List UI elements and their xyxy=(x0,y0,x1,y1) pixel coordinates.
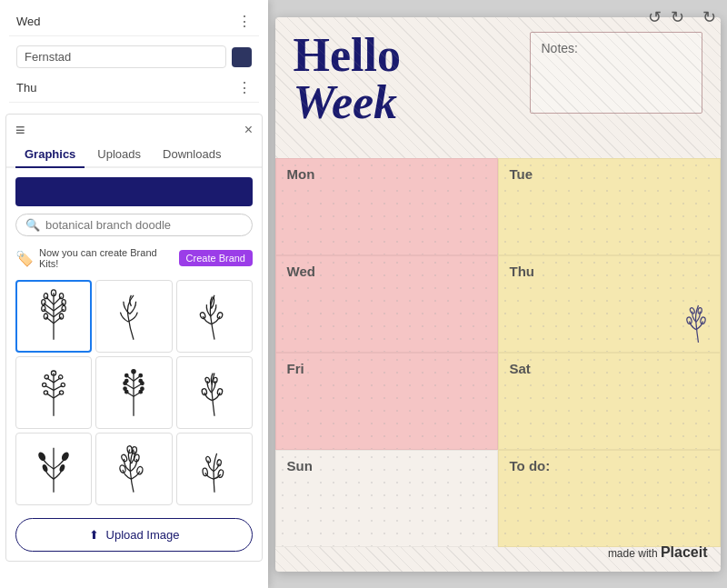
watermark: made with Placeit xyxy=(608,544,708,561)
panel-top: Wed ⋮ Fernstad Thu ⋮ xyxy=(0,0,268,110)
svg-point-12 xyxy=(42,300,45,305)
color-swatch[interactable] xyxy=(232,47,252,67)
svg-point-68 xyxy=(217,469,224,478)
day-cell-fri[interactable]: Fri xyxy=(275,353,498,450)
svg-point-71 xyxy=(686,316,692,324)
svg-point-33 xyxy=(60,391,64,394)
svg-point-62 xyxy=(136,466,144,475)
svg-point-11 xyxy=(60,294,64,299)
canvas-area: ↺ ↻ ↻ Hello Week Notes: Mon Tue xyxy=(268,0,727,588)
left-panel: Wed ⋮ Fernstad Thu ⋮ ≡ × Graphics Upload… xyxy=(0,0,268,588)
svg-point-49 xyxy=(125,390,128,393)
graphic-item-4[interactable] xyxy=(15,356,92,429)
graphic-item-1[interactable] xyxy=(15,280,92,353)
graphic-item-6[interactable] xyxy=(176,356,253,429)
svg-point-43 xyxy=(124,382,126,384)
graphic-item-7[interactable] xyxy=(15,433,92,505)
create-brand-button[interactable]: Create Brand xyxy=(179,250,253,266)
graphic-item-5[interactable] xyxy=(95,356,172,429)
tabs-bar: Graphics Uploads Downloads xyxy=(6,142,262,168)
svg-point-18 xyxy=(199,312,205,319)
svg-point-54 xyxy=(204,377,210,384)
watermark-brand: Placeit xyxy=(661,544,708,560)
svg-point-13 xyxy=(62,300,65,305)
day-cell-mon[interactable]: Mon xyxy=(275,158,498,255)
svg-point-67 xyxy=(202,468,208,476)
graphics-grid xyxy=(6,274,262,511)
svg-point-51 xyxy=(139,390,142,393)
wed-schedule-item: Wed ⋮ xyxy=(9,7,259,36)
upload-icon: ⬆ xyxy=(89,528,99,542)
canvas-toolbar: ↺ ↻ ↻ xyxy=(648,7,716,27)
svg-point-29 xyxy=(61,383,65,386)
upload-label: Upload Image xyxy=(106,528,180,542)
planner-header: Hello Week Notes: xyxy=(275,17,721,158)
svg-line-26 xyxy=(45,385,54,390)
thu-label: Thu xyxy=(16,81,36,95)
svg-point-55 xyxy=(213,377,217,384)
graphic-item-2[interactable] xyxy=(95,280,172,353)
day-cell-thu[interactable]: Thu xyxy=(498,255,721,353)
redo-icon[interactable]: ↻ xyxy=(671,7,684,27)
tab-downloads[interactable]: Downloads xyxy=(154,142,230,166)
watermark-text: made with xyxy=(608,547,661,560)
brand-banner-text: Now you can create Brand Kits! xyxy=(39,247,174,269)
close-button[interactable]: × xyxy=(244,122,253,138)
svg-point-37 xyxy=(125,374,128,376)
svg-point-63 xyxy=(121,453,128,462)
refresh-icon[interactable]: ↻ xyxy=(702,7,716,27)
svg-line-27 xyxy=(54,385,62,390)
svg-point-19 xyxy=(216,312,223,319)
svg-point-40 xyxy=(139,374,142,376)
fernstad-row: Fernstad xyxy=(9,40,259,74)
wed-more-icon[interactable]: ⋮ xyxy=(237,13,252,30)
svg-point-16 xyxy=(44,314,47,319)
svg-point-58 xyxy=(60,451,70,462)
dark-search-bar[interactable] xyxy=(15,177,253,206)
svg-point-53 xyxy=(216,388,223,395)
thu-schedule-item: Thu ⋮ xyxy=(9,74,259,103)
undo-icon[interactable]: ↺ xyxy=(648,7,662,27)
svg-point-52 xyxy=(201,388,207,395)
svg-point-14 xyxy=(42,305,45,311)
svg-point-72 xyxy=(700,316,706,324)
svg-point-24 xyxy=(45,375,48,379)
svg-line-48 xyxy=(128,393,134,396)
graphic-item-9[interactable] xyxy=(176,433,253,505)
search-area: 🔍 botanical branch doodle xyxy=(6,168,262,242)
svg-point-15 xyxy=(62,305,65,311)
day-cell-sat[interactable]: Sat xyxy=(498,353,721,450)
planner-canvas: Hello Week Notes: Mon Tue Wed Thu xyxy=(275,17,721,572)
tab-graphics[interactable]: Graphics xyxy=(15,142,85,168)
search-box: 🔍 botanical branch doodle xyxy=(15,214,253,236)
svg-point-32 xyxy=(44,391,47,394)
wed-label: Wed xyxy=(16,15,41,28)
search-input[interactable]: botanical branch doodle xyxy=(45,218,243,232)
thu-more-icon[interactable]: ⋮ xyxy=(237,79,252,96)
graphic-item-8[interactable] xyxy=(95,433,172,505)
graphic-item-3[interactable] xyxy=(176,280,253,353)
day-cell-wed[interactable]: Wed xyxy=(275,255,498,353)
thu-branch-decoration xyxy=(682,301,714,346)
svg-point-69 xyxy=(205,456,211,463)
notes-box: Notes: xyxy=(530,32,702,114)
upload-image-button[interactable]: ⬆ Upload Image xyxy=(15,518,253,552)
brand-icon: 🏷️ xyxy=(15,250,34,267)
svg-point-10 xyxy=(44,294,47,299)
svg-point-25 xyxy=(59,375,63,379)
svg-line-50 xyxy=(134,393,140,396)
svg-point-28 xyxy=(43,383,46,386)
svg-point-73 xyxy=(689,306,695,314)
svg-point-57 xyxy=(37,451,47,462)
svg-point-46 xyxy=(141,382,144,384)
menu-lines-icon[interactable]: ≡ xyxy=(15,122,25,138)
day-cell-sun[interactable]: Sun xyxy=(275,450,498,547)
day-cell-todo[interactable]: To do: xyxy=(498,450,721,547)
sub-panel: ≡ × Graphics Uploads Downloads 🔍 botanic… xyxy=(5,114,263,562)
search-icon: 🔍 xyxy=(25,218,40,232)
svg-point-17 xyxy=(60,314,64,319)
tab-uploads[interactable]: Uploads xyxy=(88,142,150,166)
fernstad-name: Fernstad xyxy=(16,45,226,68)
day-cell-tue[interactable]: Tue xyxy=(498,158,721,255)
sub-panel-header: ≡ × xyxy=(6,115,262,142)
